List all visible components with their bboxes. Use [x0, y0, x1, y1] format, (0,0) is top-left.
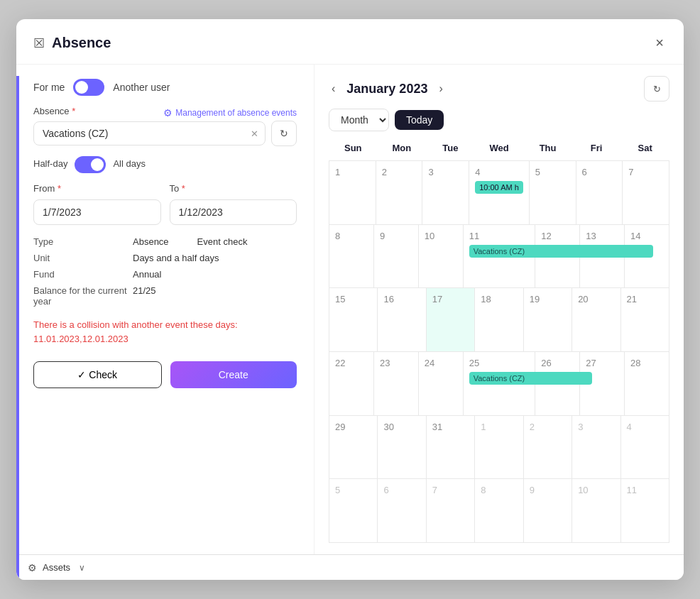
cal-cell-24[interactable]: 24 [419, 352, 464, 415]
day-fri: Fri [572, 138, 621, 158]
cal-cell-19[interactable]: 19 [524, 288, 572, 351]
prev-month-button[interactable]: ‹ [329, 79, 338, 98]
day-sat: Sat [620, 138, 669, 158]
cal-cell-9[interactable]: 9 [374, 225, 419, 288]
cal-cell-5[interactable]: 5 [530, 161, 576, 224]
fund-key: Fund [33, 268, 133, 281]
cal-cell-28[interactable]: 28 [625, 352, 669, 415]
cal-cell-feb4[interactable]: 4 [621, 416, 669, 479]
cal-cell-7[interactable]: 7 [623, 161, 669, 224]
calendar-days-header: Sun Mon Tue Wed Thu Fri Sat [329, 138, 669, 158]
collision-message: There is a collision with another event … [33, 318, 297, 346]
absence-input[interactable] [33, 121, 266, 145]
to-group: To * [170, 183, 297, 225]
for-me-toggle[interactable] [73, 79, 104, 96]
management-link[interactable]: ⚙ Management of absence events [163, 107, 297, 119]
calendar-grid: Sun Mon Tue Wed Thu Fri Sat 1 2 3 [329, 138, 669, 543]
cal-event-10am: 10:00 AM h [475, 181, 523, 194]
cal-cell-16[interactable]: 16 [378, 288, 426, 351]
create-button[interactable]: Create [170, 361, 297, 388]
cal-cell-23[interactable]: 23 [374, 352, 419, 415]
calendar-week-6: 5 6 7 8 9 10 11 [329, 479, 669, 543]
absence-icon: ☒ [33, 35, 45, 51]
to-input[interactable] [170, 199, 297, 225]
absence-refresh-button[interactable]: ↻ [271, 121, 297, 146]
unit-val: Days and a half days [133, 251, 297, 265]
cal-cell-18[interactable]: 18 [475, 288, 523, 351]
cal-cell-feb3[interactable]: 3 [572, 416, 620, 479]
view-select[interactable]: Month [329, 109, 389, 131]
cal-cell-10[interactable]: 10 [419, 225, 464, 288]
day-wed: Wed [475, 138, 524, 158]
cal-cell-2[interactable]: 2 [376, 161, 423, 224]
cal-cell-feb11[interactable]: 11 [621, 479, 669, 542]
cal-cell-8[interactable]: 8 [329, 225, 374, 288]
fund-val: Annual [133, 268, 297, 281]
from-label: From * [33, 183, 161, 194]
left-panel: For me Another user Absence * ⚙ [16, 65, 315, 554]
cal-cell-15[interactable]: 15 [329, 288, 378, 351]
modal-body: For me Another user Absence * ⚙ [16, 65, 684, 554]
check-button[interactable]: ✓ Check [33, 361, 162, 388]
cal-cell-feb2[interactable]: 2 [524, 416, 572, 479]
for-me-label: For me [33, 82, 65, 93]
cal-cell-25[interactable]: 25 Vacations (CZ) [464, 352, 536, 415]
calendar-nav: ‹ January 2023 › [329, 79, 446, 98]
cal-cell-29[interactable]: 29 [329, 416, 378, 479]
close-button[interactable]: × [652, 32, 667, 54]
absence-modal: ☒ Absence × For me Another user [16, 19, 684, 580]
action-row: ✓ Check Create [33, 361, 297, 388]
absence-clear-button[interactable]: ✕ [251, 128, 258, 139]
cal-cell-31[interactable]: 31 [427, 416, 475, 479]
assets-icon: ⚙ [28, 562, 37, 573]
half-day-toggle[interactable] [75, 156, 106, 173]
another-user-label: Another user [113, 82, 170, 93]
cal-cell-20[interactable]: 20 [572, 288, 620, 351]
cal-cell-22[interactable]: 22 [329, 352, 374, 415]
cal-cell-11[interactable]: 11 Vacations (CZ) [464, 225, 536, 288]
cal-cell-feb5[interactable]: 5 [329, 479, 378, 542]
calendar-week-1: 1 2 3 4 10:00 AM h 5 6 7 [329, 161, 669, 225]
balance-val: 21/25 [133, 284, 297, 308]
calendar-body: 1 2 3 4 10:00 AM h 5 6 7 [329, 160, 669, 543]
day-tue: Tue [426, 138, 475, 158]
calendar-month-title: January 2023 [346, 82, 427, 97]
cal-cell-3[interactable]: 3 [422, 161, 469, 224]
day-sun: Sun [329, 138, 378, 158]
cal-cell-feb8[interactable]: 8 [475, 479, 523, 542]
info-table: Type Absence Event check Unit Days and a… [33, 235, 297, 308]
cal-cell-30[interactable]: 30 [378, 416, 426, 479]
from-input[interactable] [33, 199, 161, 225]
type-val: Absence [133, 235, 169, 248]
for-me-row: For me Another user [33, 79, 297, 96]
today-button[interactable]: Today [395, 110, 444, 130]
bottom-bar: ⚙ Assets ∨ [16, 554, 684, 580]
cal-cell-17[interactable]: 17 [427, 288, 475, 351]
cal-cell-1[interactable]: 1 [329, 161, 376, 224]
half-day-row: Half-day All days [33, 156, 297, 173]
cal-cell-feb6[interactable]: 6 [378, 479, 426, 542]
cal-event-vacation-1: Vacations (CZ) [469, 245, 654, 258]
day-thu: Thu [523, 138, 572, 158]
modal-header: ☒ Absence × [16, 19, 684, 65]
cal-cell-feb7[interactable]: 7 [427, 479, 475, 542]
calendar-refresh-button[interactable]: ↻ [644, 76, 669, 101]
absence-input-row: ✕ ↻ [33, 121, 297, 146]
day-mon: Mon [378, 138, 427, 158]
to-label: To * [170, 183, 297, 194]
cal-cell-6[interactable]: 6 [576, 161, 623, 224]
cal-cell-21[interactable]: 21 [621, 288, 669, 351]
next-month-button[interactable]: › [436, 79, 445, 98]
calendar-week-5: 29 30 31 1 2 3 4 [329, 416, 669, 480]
cal-cell-feb1[interactable]: 1 [475, 416, 523, 479]
assets-label: Assets [43, 562, 70, 573]
from-group: From * [33, 183, 161, 225]
calendar-week-3: 15 16 17 18 19 20 21 [329, 288, 669, 352]
absence-section: Absence * ⚙ Management of absence events… [33, 106, 297, 146]
event-check-label: Event check [197, 235, 248, 248]
cal-cell-4[interactable]: 4 10:00 AM h [469, 161, 530, 224]
calendar-header: ‹ January 2023 › ↻ [329, 76, 669, 101]
cal-cell-feb10[interactable]: 10 [572, 479, 620, 542]
absence-field-wrapper: ✕ [33, 121, 266, 145]
cal-cell-feb9[interactable]: 9 [524, 479, 572, 542]
